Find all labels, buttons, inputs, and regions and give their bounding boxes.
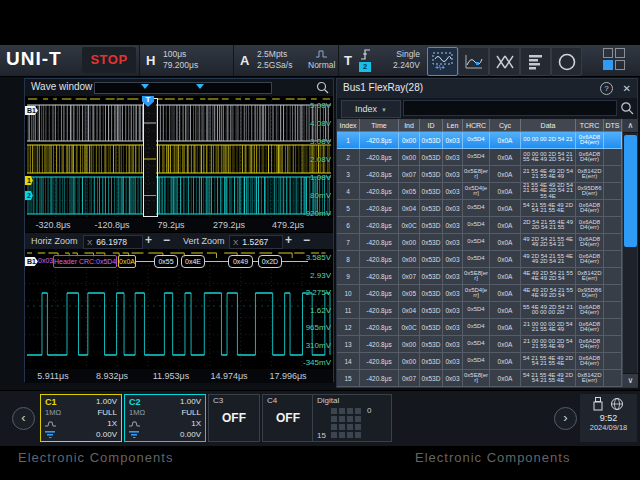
table-row[interactable]: 12-420.8μs0x0C0x53D0x030x5D40x0A21 00 00…: [337, 319, 622, 336]
channel4-box[interactable]: C4 OFF: [262, 394, 314, 442]
horizontal-menu-key[interactable]: H: [146, 53, 155, 68]
cell-hcrc: 0x5E8[err]: [463, 268, 490, 285]
scroll-up-button[interactable]: ∧: [623, 119, 638, 133]
cell-t: -420.8μs: [360, 285, 399, 302]
column-header-ind[interactable]: Ind: [399, 119, 420, 132]
column-header-len[interactable]: Len: [443, 119, 463, 132]
column-header-index[interactable]: Index: [337, 119, 360, 132]
nav-minimap[interactable]: [94, 82, 272, 94]
analysis-tool-button[interactable]: [458, 47, 489, 76]
index-filter-dropdown[interactable]: Index▼: [341, 100, 401, 118]
minimap-marker-icon[interactable]: [196, 84, 204, 89]
scroll-thumb[interactable]: [624, 135, 637, 247]
channel2-box[interactable]: C21.00V 1MΩFULL 1X 0.00V: [124, 394, 206, 442]
close-icon[interactable]: ✕: [623, 82, 631, 95]
display-layout-button[interactable]: [603, 48, 628, 73]
xy-tool-button[interactable]: [489, 47, 520, 76]
table-row[interactable]: 2-420.8μs0x000x53D0x030x5D40x0A00 00 00 …: [337, 149, 622, 166]
scroll-down-button[interactable]: ∨: [623, 373, 638, 387]
horizontal-scale[interactable]: 100μs: [163, 49, 186, 59]
digital-channels-box[interactable]: Digital 0 15: [312, 394, 392, 442]
table-row[interactable]: 15-420.8μs0x070x53D0x030x5E8[err]0x0A54 …: [337, 370, 622, 387]
cell-i: 4: [337, 183, 360, 200]
table-row[interactable]: 3-420.8μs0x070x53D0x030x5E8[err]0x0A21 5…: [337, 166, 622, 183]
table-body: 1-420.8μs0x000x53D0x030x5D40x0A00 00 00 …: [337, 132, 622, 387]
upper-plot[interactable]: T B1 1 2 5.08V4.08V3.08V2.08V1.08V80mV-9…: [25, 96, 333, 218]
cell-tcrc: 0x6AD8D4(err): [576, 319, 604, 336]
digital-channel-square: [347, 416, 353, 422]
column-header-cyc[interactable]: Cyc: [490, 119, 521, 132]
cell-hcrc: 0x5E8[err]: [463, 370, 490, 387]
cell-data: 21 00 00 00 2D 54 21 55 4E 49: [521, 336, 576, 353]
minimap-marker-icon[interactable]: [141, 84, 149, 89]
column-header-id[interactable]: ID: [420, 119, 443, 132]
channel3-box[interactable]: C3 OFF: [208, 394, 260, 442]
table-row[interactable]: 13-420.8μs0x000x53D0x030x5D40x0A21 00 00…: [337, 336, 622, 353]
run-stop-button[interactable]: STOP: [82, 47, 136, 73]
table-row[interactable]: 8-420.8μs0x000x53D0x030x5D40x0A49 2D 54 …: [337, 251, 622, 268]
table-row[interactable]: 5-420.8μs0x040x53D0x030x5D40x0A54 21 55 …: [337, 200, 622, 217]
digital-label: Digital: [317, 396, 339, 405]
decode-connector: [205, 261, 228, 262]
trigger-menu-key[interactable]: T: [344, 53, 352, 68]
help-icon[interactable]: ?: [600, 82, 613, 95]
cell-id: 0x53D: [420, 251, 443, 268]
acquire-menu-key[interactable]: A: [240, 53, 249, 68]
horiz-zoom-value[interactable]: X66.1978: [83, 235, 143, 249]
decode-header-crc: Header CRC:0x5D4: [53, 255, 117, 268]
search-input[interactable]: [403, 100, 617, 116]
expand-right-button[interactable]: ›: [554, 407, 577, 430]
trigger-level[interactable]: 2.240V: [382, 60, 420, 70]
ground-coupling-icon: [129, 431, 140, 438]
table-scrollbar[interactable]: ∧ ∨: [622, 119, 637, 387]
horiz-zoom-decrease-button[interactable]: −: [159, 234, 174, 248]
table-row[interactable]: 1-420.8μs0x000x53D0x030x5D40x0A00 00 00 …: [337, 132, 622, 149]
table-row[interactable]: 7-420.8μs0x000x53D0x030x5D40x0A49 2D 54 …: [337, 234, 622, 251]
cell-data: 49 2D 54 21 55 4E 49 2D 54 21: [521, 251, 576, 268]
table-row[interactable]: 4-420.8μs0x050x53D0x030x5D4[err]0x0A21 5…: [337, 183, 622, 200]
vert-zoom-increase-button[interactable]: +: [281, 234, 296, 248]
search-icon[interactable]: [620, 101, 634, 115]
vert-zoom-value[interactable]: X1.5267: [229, 235, 283, 249]
table-row[interactable]: 11-420.8μs0x040x53D0x030x5D40x0A55 4E 49…: [337, 302, 622, 319]
cell-ind: 0x00: [399, 234, 420, 251]
wave-search-icon[interactable]: [316, 81, 329, 94]
table-row[interactable]: 10-420.8μs0x050x53D0x030x5D4[err]0x0A4E …: [337, 285, 622, 302]
list-tool-button[interactable]: [520, 47, 551, 76]
cell-cyc: 0x0A: [490, 166, 521, 183]
cell-len: 0x03: [443, 302, 463, 319]
bus-panel-title: Bus1 FlexRay(28): [343, 82, 423, 93]
sample-rate[interactable]: 2.5GSa/s: [257, 60, 292, 70]
trigger-sweep-mode[interactable]: Single: [382, 49, 420, 59]
wave-window-tool-button[interactable]: +\+: [427, 47, 458, 76]
lower-plot[interactable]: B1 0x03 Header CRC:0x5D4 0x0A 0x55 0x4E …: [25, 249, 333, 369]
column-header-hcrc[interactable]: HCRC: [463, 119, 490, 132]
time-label: 279.2μs: [199, 220, 259, 230]
table-row[interactable]: 9-420.8μs0x070x53D0x030x5E8[err]0x0A4E 4…: [337, 268, 622, 285]
column-header-dts[interactable]: DTS: [604, 119, 622, 132]
cell-dts: [604, 200, 622, 217]
cell-len: 0x03: [443, 234, 463, 251]
cell-tcrc: 0x6AD8D4(err): [576, 353, 604, 370]
vert-zoom-decrease-button[interactable]: −: [299, 234, 314, 248]
volt-label: 3.585V: [306, 253, 331, 262]
table-row[interactable]: 14-420.8μs0x000x53D0x030x5D40x0A54 21 55…: [337, 353, 622, 370]
vert-zoom-label: Vert Zoom: [183, 236, 225, 246]
horiz-zoom-increase-button[interactable]: +: [141, 234, 156, 248]
table-columns: IndexTimeIndIDLenHCRCCycDataTCRCDTS 1-42…: [337, 119, 622, 387]
table-row[interactable]: 6-420.8μs0x0C0x53D0x030x5D40x0A2D 54 21 …: [337, 217, 622, 234]
horizontal-offset[interactable]: 79.200μs: [163, 60, 198, 70]
watermark-right: Electronic Components: [415, 450, 570, 465]
zoom-selection-box[interactable]: [143, 98, 158, 217]
cell-dts: [604, 353, 622, 370]
channel1-box[interactable]: C11.00V 1MΩFULL 1X 0.00V: [40, 394, 122, 442]
memory-depth[interactable]: 2.5Mpts: [257, 49, 287, 59]
column-header-data[interactable]: Data: [521, 119, 576, 132]
column-header-time[interactable]: Time: [360, 119, 399, 132]
collapse-left-button[interactable]: ‹: [12, 407, 35, 430]
cell-id: 0x53D: [420, 200, 443, 217]
acquire-mode[interactable]: Normal: [308, 60, 335, 70]
digital-channel-square: [339, 424, 345, 430]
search-tool-button[interactable]: [551, 47, 582, 76]
column-header-tcrc[interactable]: TCRC: [576, 119, 604, 132]
